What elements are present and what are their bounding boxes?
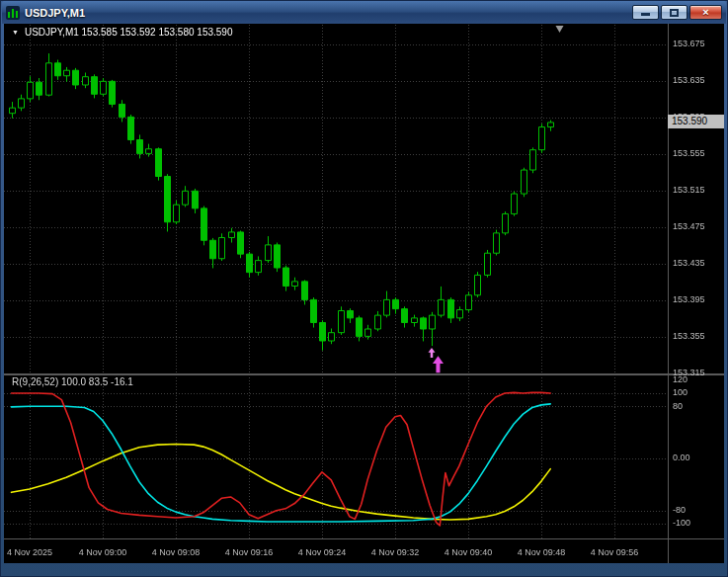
minimize-icon — [641, 13, 650, 16]
price-chart-canvas[interactable] — [4, 24, 724, 563]
window-controls: × — [632, 5, 722, 20]
close-icon: × — [702, 7, 708, 18]
window-title: USDJPY,M1 — [25, 7, 85, 19]
quote-ohlc-text: USDJPY,M1 153.585 153.592 153.580 153.59… — [25, 27, 233, 38]
oneclick-trading-toggle-icon[interactable]: ▼ — [12, 29, 19, 36]
quote-line: ▼ USDJPY,M1 153.585 153.592 153.580 153.… — [12, 27, 232, 38]
window-icon — [6, 6, 20, 20]
indicator-label: R(9,26,52) 100.0 83.5 -16.1 — [12, 376, 133, 387]
current-price-tag: 153.590 — [668, 115, 724, 128]
close-button[interactable]: × — [689, 5, 722, 20]
maximize-icon — [670, 9, 679, 17]
maximize-button[interactable] — [661, 5, 688, 20]
minimize-button[interactable] — [632, 5, 659, 20]
chart-client-area: ▼ USDJPY,M1 153.585 153.592 153.580 153.… — [4, 24, 724, 563]
application-window: USDJPY,M1 × ▼ USDJPY,M1 153.585 153.592 … — [0, 0, 728, 577]
window-titlebar[interactable]: USDJPY,M1 × — [2, 1, 726, 24]
